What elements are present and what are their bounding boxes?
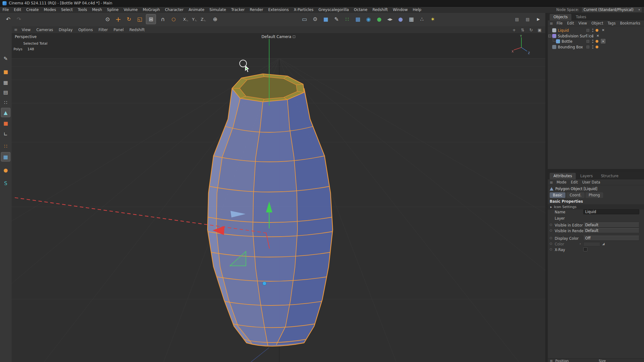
menu-item-window[interactable]: Window xyxy=(390,7,410,13)
play-icon[interactable]: ▶ xyxy=(533,14,543,24)
texture-mode-icon[interactable]: ▦ xyxy=(1,78,10,87)
object-row-bottle[interactable]: ✓Bottle× xyxy=(548,39,644,44)
menu-item-character[interactable]: Character xyxy=(162,7,186,13)
points-mode-icon[interactable]: ∷ xyxy=(1,98,10,107)
x-tag-icon[interactable]: × xyxy=(601,28,605,32)
model-mode-icon[interactable]: ■ xyxy=(1,67,10,76)
menu-item-redshift[interactable]: Redshift xyxy=(370,7,390,13)
camera-menu-icon[interactable] xyxy=(293,36,295,38)
om-menu-file[interactable]: File xyxy=(554,21,565,25)
menu-item-mesh[interactable]: Mesh xyxy=(90,7,105,13)
viewport-canvas[interactable] xyxy=(12,34,545,362)
viewport-menu-options[interactable]: Options xyxy=(75,28,96,32)
object-row-liquid[interactable]: Liquid× xyxy=(548,28,644,33)
make-editable-icon[interactable]: ✎ xyxy=(1,54,10,63)
dynamics-icon[interactable]: ● xyxy=(374,14,384,24)
undo-icon[interactable]: ↶ xyxy=(3,14,13,24)
viewport-menu-filter[interactable]: Filter xyxy=(96,28,111,32)
object-axis-icon[interactable]: ■ xyxy=(1,118,10,128)
redo-icon[interactable]: ↷ xyxy=(14,14,24,24)
menu-item-help[interactable]: Help xyxy=(410,7,424,13)
film-strip-icon[interactable]: ▤ xyxy=(512,14,522,24)
x-tag-icon[interactable]: × xyxy=(596,34,600,38)
menu-item-octane[interactable]: Octane xyxy=(351,7,370,13)
dolly-view-icon[interactable]: ⇅ xyxy=(519,27,526,33)
polygons-mode-icon[interactable]: ▲ xyxy=(1,108,10,117)
tag-icon[interactable] xyxy=(596,40,598,43)
z-axis-lock-button[interactable]: Z∟ xyxy=(199,14,208,24)
om-menu-object[interactable]: Object xyxy=(589,21,605,25)
viewport-menu-display[interactable]: Display xyxy=(56,28,75,32)
object-row-bounding-box[interactable]: Bounding Box xyxy=(548,44,644,50)
maximize-view-icon[interactable]: ▣ xyxy=(536,27,543,33)
anim-toggle-icon[interactable]: ○ xyxy=(550,229,552,232)
scale-tool-icon[interactable]: ◱ xyxy=(135,14,145,24)
environment-icon[interactable]: ● xyxy=(396,14,406,24)
menu-item-select[interactable]: Select xyxy=(58,7,75,13)
menu-item-mograph[interactable]: MoGraph xyxy=(140,7,163,13)
hamburger-icon[interactable]: ≡ xyxy=(550,359,553,362)
viewport-menu-redshift[interactable]: Redshift xyxy=(126,28,147,32)
viewport-menu-cameras[interactable]: Cameras xyxy=(33,28,56,32)
viewport-panel[interactable]: ≡ ViewCamerasDisplayOptionsFilterPanelRe… xyxy=(12,26,545,362)
script-icon[interactable]: S xyxy=(1,178,10,188)
menu-item-edit[interactable]: Edit xyxy=(11,7,24,13)
node-space-dropdown[interactable]: Current (Standard/Physical) ▾ xyxy=(581,7,642,13)
display-color-dropdown[interactable]: Off xyxy=(583,236,639,241)
menu-item-modes[interactable]: Modes xyxy=(41,7,58,13)
tag-icon[interactable] xyxy=(596,29,598,32)
object-icon[interactable] xyxy=(552,45,556,49)
cube-primitive-icon[interactable]: ■ xyxy=(321,14,331,24)
particles-icon[interactable]: ∴ xyxy=(417,14,427,24)
workplane-mode-icon[interactable]: ▤ xyxy=(1,87,10,97)
snap-grid-icon[interactable]: ▦ xyxy=(1,152,10,162)
menu-item-tools[interactable]: Tools xyxy=(75,7,90,13)
solo-mode-icon[interactable]: ● xyxy=(1,165,10,175)
selected-tag-icon[interactable]: × xyxy=(601,39,605,43)
menu-item-x-particles[interactable]: X-Particles xyxy=(291,7,316,13)
menu-item-volume[interactable]: Volume xyxy=(121,7,140,13)
section-tab-basic[interactable]: Basic xyxy=(550,192,565,198)
y-axis-lock-button[interactable]: Y∟ xyxy=(191,14,199,24)
vertical-splitter[interactable] xyxy=(545,13,548,362)
visibility-dots[interactable] xyxy=(592,28,594,32)
snap-tool-icon[interactable]: ∩ xyxy=(158,14,168,24)
expander-icon[interactable] xyxy=(548,35,551,37)
menu-item-tracker[interactable]: Tracker xyxy=(229,7,247,13)
symmetry-icon[interactable]: ◀▶ xyxy=(385,14,395,24)
om-tab-takes[interactable]: Takes xyxy=(572,14,590,20)
menu-item-simulate[interactable]: Simulate xyxy=(207,7,229,13)
om-tab-objects[interactable]: Objects xyxy=(550,14,571,20)
section-tab-phong[interactable]: Phong xyxy=(586,192,603,198)
menu-item-greyscalegorilla[interactable]: Greyscalegorilla xyxy=(316,7,352,13)
horizontal-splitter[interactable] xyxy=(548,169,644,172)
name-input[interactable]: Liquid xyxy=(583,209,639,214)
viewport-menu-panel[interactable]: Panel xyxy=(111,28,126,32)
volume-icon[interactable]: ▩ xyxy=(353,14,363,24)
om-menu-bookmarks[interactable]: Bookmarks xyxy=(618,21,642,25)
layer-chip[interactable] xyxy=(586,35,589,37)
menu-item-create[interactable]: Create xyxy=(24,7,41,13)
anim-toggle-icon[interactable]: ○ xyxy=(550,248,552,251)
tag-icon[interactable] xyxy=(596,46,598,48)
visible-in-editor-dropdown[interactable]: Default xyxy=(583,222,639,228)
menu-item-spline[interactable]: Spline xyxy=(104,7,121,13)
am-tab-attributes[interactable]: Attributes xyxy=(550,173,576,179)
cloner-icon[interactable]: ∷ xyxy=(342,14,352,24)
hamburger-icon[interactable]: ≡ xyxy=(550,180,553,185)
pen-spline-icon[interactable]: ✎ xyxy=(331,14,341,24)
visibility-dots[interactable] xyxy=(592,39,594,43)
eyedropper-icon[interactable]: ◢ xyxy=(602,242,605,245)
move-tool-icon[interactable]: + xyxy=(113,14,123,24)
viewport-menu-view[interactable]: View xyxy=(19,28,33,32)
x-axis-lock-button[interactable]: X∟ xyxy=(182,14,190,24)
anim-toggle-icon[interactable]: ○ xyxy=(550,223,552,226)
layer-chip[interactable] xyxy=(586,40,589,43)
menu-item-file[interactable]: File xyxy=(0,7,11,13)
coordinate-system-icon[interactable]: ⊕ xyxy=(210,14,220,24)
camera-label[interactable]: Default Camera xyxy=(12,35,545,39)
pan-view-icon[interactable]: + xyxy=(511,27,517,33)
visible-in-renderer-dropdown[interactable]: Default xyxy=(583,228,639,233)
field-icon[interactable]: ◉ xyxy=(364,14,374,24)
z-axis-handle[interactable] xyxy=(263,282,266,285)
